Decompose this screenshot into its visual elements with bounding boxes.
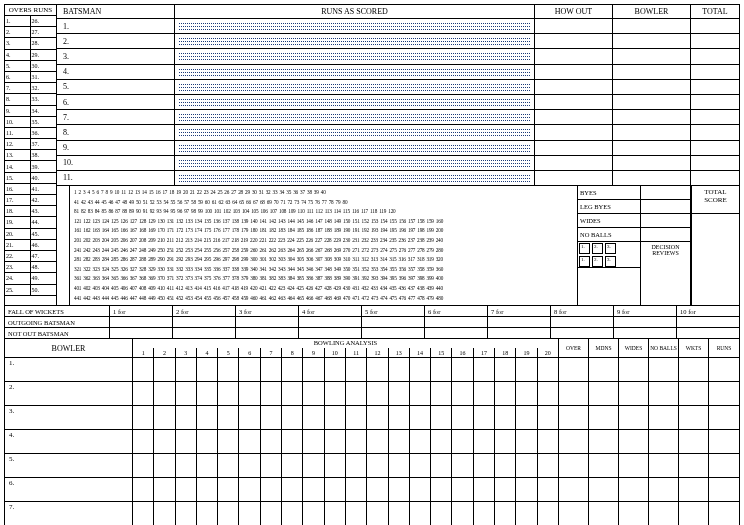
batsman-number[interactable]: 6. [57, 95, 175, 109]
bowler-over-cell[interactable] [302, 382, 323, 405]
how-out-cell[interactable] [535, 19, 613, 33]
bowler-over-cell[interactable] [451, 430, 472, 453]
total-cell[interactable] [691, 34, 739, 48]
overs-cell[interactable]: 47. [31, 251, 57, 262]
bowler-over-cell[interactable] [133, 406, 153, 429]
bowler-cell[interactable] [613, 95, 691, 109]
bowler-over-cell[interactable] [494, 430, 515, 453]
bowler-over-cell[interactable] [196, 478, 217, 501]
overs-cell[interactable]: 33. [31, 94, 57, 105]
bowler-stat-cell[interactable] [619, 454, 649, 477]
bowler-stat-cell[interactable] [589, 430, 619, 453]
bowler-over-cell[interactable] [217, 430, 238, 453]
bowler-over-cell[interactable] [238, 430, 259, 453]
total-cell[interactable] [691, 19, 739, 33]
total-cell[interactable] [691, 141, 739, 155]
bowler-over-cell[interactable] [537, 502, 558, 525]
bowler-stat-cell[interactable] [589, 382, 619, 405]
bowler-over-cell[interactable] [281, 430, 302, 453]
bowler-stat-cell[interactable] [679, 454, 709, 477]
bowler-over-cell[interactable] [388, 454, 409, 477]
bowler-stat-cell[interactable] [709, 358, 739, 381]
fow-cell[interactable] [488, 328, 551, 338]
bowler-over-cell[interactable] [260, 406, 281, 429]
fow-cell[interactable] [362, 317, 425, 327]
how-out-cell[interactable] [535, 49, 613, 63]
overs-cell[interactable]: 5. [5, 61, 30, 72]
bowler-stat-cell[interactable] [679, 430, 709, 453]
bowler-over-cell[interactable] [366, 454, 387, 477]
fow-cell[interactable] [614, 328, 677, 338]
bowler-over-cell[interactable] [217, 382, 238, 405]
bowler-over-cell[interactable] [409, 430, 430, 453]
bowler-over-cell[interactable] [324, 430, 345, 453]
fow-cell[interactable]: 9 for [614, 306, 677, 316]
bowler-over-cell[interactable] [133, 358, 153, 381]
bowler-stat-cell[interactable] [649, 358, 679, 381]
batsman-number[interactable]: 11. [57, 171, 175, 185]
bowler-over-cell[interactable] [473, 406, 494, 429]
bowler-over-cell[interactable] [217, 358, 238, 381]
bowler-over-cell[interactable] [175, 430, 196, 453]
overs-cell[interactable]: 10. [5, 117, 30, 128]
bowler-over-cell[interactable] [238, 406, 259, 429]
bowler-over-cell[interactable] [473, 382, 494, 405]
runs-scored-cell[interactable] [175, 171, 535, 185]
bowler-name-cell[interactable]: 5. [5, 454, 133, 477]
overs-cell[interactable]: 45. [31, 229, 57, 240]
fow-cell[interactable] [488, 317, 551, 327]
fow-cell[interactable] [425, 317, 488, 327]
bowler-over-cell[interactable] [430, 502, 451, 525]
bowler-stat-cell[interactable] [709, 478, 739, 501]
bowler-over-cell[interactable] [302, 454, 323, 477]
bowler-over-cell[interactable] [451, 454, 472, 477]
bowler-over-cell[interactable] [281, 382, 302, 405]
bowler-over-cell[interactable] [494, 358, 515, 381]
bowler-over-cell[interactable] [473, 454, 494, 477]
bowler-over-cell[interactable] [153, 454, 174, 477]
overs-cell[interactable]: 3. [5, 38, 30, 49]
bowler-over-cell[interactable] [409, 454, 430, 477]
overs-cell[interactable]: 46. [31, 240, 57, 251]
batsman-number[interactable]: 1. [57, 19, 175, 33]
bowler-over-cell[interactable] [451, 358, 472, 381]
bowler-over-cell[interactable] [175, 454, 196, 477]
bowler-over-cell[interactable] [153, 430, 174, 453]
bowler-over-cell[interactable] [345, 358, 366, 381]
bowler-over-cell[interactable] [302, 430, 323, 453]
bowler-over-cell[interactable] [238, 454, 259, 477]
bowler-over-cell[interactable] [473, 358, 494, 381]
bowler-name-cell[interactable]: 2. [5, 382, 133, 405]
overs-cell[interactable]: 11. [5, 128, 30, 139]
bowler-over-cell[interactable] [281, 478, 302, 501]
bowler-over-cell[interactable] [430, 454, 451, 477]
bowler-over-cell[interactable] [430, 382, 451, 405]
overs-cell[interactable]: 4. [5, 50, 30, 61]
bowler-over-cell[interactable] [366, 502, 387, 525]
bowler-over-cell[interactable] [281, 502, 302, 525]
bowler-over-cell[interactable] [217, 502, 238, 525]
dec-box-1b[interactable]: 1. [579, 256, 590, 267]
batsman-number[interactable]: 2. [57, 34, 175, 48]
bowler-over-cell[interactable] [409, 478, 430, 501]
fow-cell[interactable] [362, 328, 425, 338]
wides-value[interactable] [641, 214, 690, 228]
fow-cell[interactable]: 7 for [488, 306, 551, 316]
bowler-stat-cell[interactable] [709, 382, 739, 405]
leg-byes-value[interactable] [641, 200, 690, 214]
bowler-over-cell[interactable] [537, 382, 558, 405]
bowler-over-cell[interactable] [451, 502, 472, 525]
overs-cell[interactable]: 30. [31, 61, 57, 72]
bowler-over-cell[interactable] [260, 382, 281, 405]
overs-cell[interactable]: 24. [5, 273, 30, 284]
bowler-over-cell[interactable] [515, 382, 536, 405]
bowler-cell[interactable] [613, 156, 691, 170]
overs-cell[interactable]: 40. [31, 173, 57, 184]
runs-scored-cell[interactable] [175, 125, 535, 139]
bowler-over-cell[interactable] [537, 430, 558, 453]
bowler-over-cell[interactable] [260, 454, 281, 477]
bowler-over-cell[interactable] [515, 478, 536, 501]
bowler-cell[interactable] [613, 65, 691, 79]
bowler-over-cell[interactable] [133, 430, 153, 453]
bowler-over-cell[interactable] [175, 358, 196, 381]
